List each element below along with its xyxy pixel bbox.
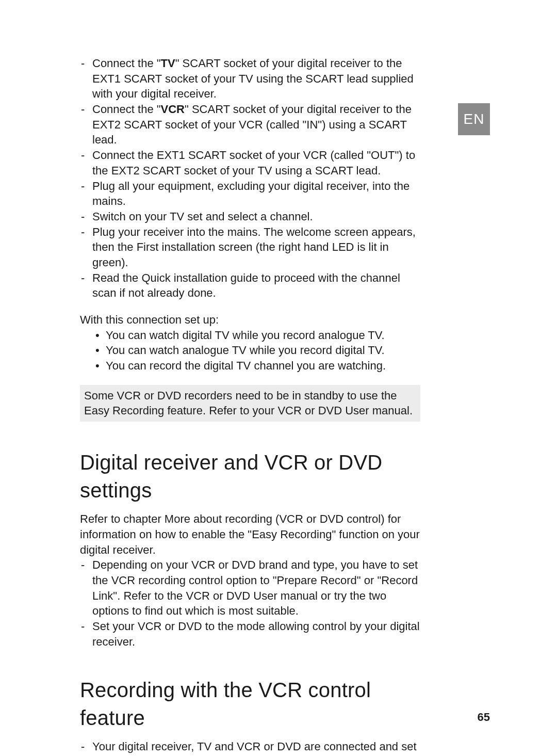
text: Connect the "	[92, 103, 161, 116]
text: Set your VCR or DVD to the mode allowing…	[92, 620, 420, 648]
section-heading-recording: Recording with the VCR control feature	[80, 676, 420, 732]
section1-list: Depending on your VCR or DVD brand and t…	[80, 557, 420, 649]
list-item: Plug all your equipment, excluding your …	[80, 179, 420, 209]
language-tab: EN	[458, 103, 490, 135]
text: Depending on your VCR or DVD brand and t…	[92, 558, 418, 617]
list-item: Connect the "TV" SCART socket of your di…	[80, 56, 420, 102]
text: Switch on your TV set and select a chann…	[92, 210, 313, 223]
section2-list: Your digital receiver, TV and VCR or DVD…	[80, 739, 420, 756]
connection-bullets: You can watch digital TV while you recor…	[95, 328, 420, 374]
list-item: Your digital receiver, TV and VCR or DVD…	[80, 739, 420, 756]
text: You can record the digital TV channel yo…	[106, 359, 386, 372]
text: You can watch digital TV while you recor…	[106, 329, 385, 342]
text: Connect the EXT1 SCART socket of your VC…	[92, 149, 415, 177]
intro-list: Connect the "TV" SCART socket of your di…	[80, 56, 420, 301]
page-number: 65	[478, 710, 490, 725]
list-item: Plug your receiver into the mains. The w…	[80, 224, 420, 270]
note-box: Some VCR or DVD recorders need to be in …	[80, 385, 420, 422]
list-item: You can watch analogue TV while you reco…	[95, 343, 420, 358]
section-heading-settings: Digital receiver and VCR or DVD settings	[80, 448, 420, 504]
list-item: You can watch digital TV while you recor…	[95, 328, 420, 343]
note-text: Some VCR or DVD recorders need to be in …	[84, 389, 413, 417]
bold-text: VCR	[161, 103, 185, 116]
text: Connect the "	[92, 57, 161, 70]
bold-text: TV	[161, 57, 175, 70]
section1-para: Refer to chapter More about recording (V…	[80, 511, 420, 557]
list-item: You can record the digital TV channel yo…	[95, 358, 420, 374]
text: You can watch analogue TV while you reco…	[106, 344, 385, 357]
list-item: Set your VCR or DVD to the mode allowing…	[80, 619, 420, 649]
list-item: Switch on your TV set and select a chann…	[80, 209, 420, 224]
page: EN Connect the "TV" SCART socket of your…	[0, 0, 557, 756]
list-item: Connect the EXT1 SCART socket of your VC…	[80, 148, 420, 178]
text: Your digital receiver, TV and VCR or DVD…	[92, 740, 417, 756]
list-item: Depending on your VCR or DVD brand and t…	[80, 557, 420, 619]
list-item: Read the Quick installation guide to pro…	[80, 270, 420, 301]
text: Plug your receiver into the mains. The w…	[92, 226, 416, 269]
body-text: Connect the "TV" SCART socket of your di…	[80, 56, 420, 756]
text: Plug all your equipment, excluding your …	[92, 180, 409, 208]
connection-intro: With this connection set up:	[80, 312, 420, 328]
text: Read the Quick installation guide to pro…	[92, 271, 400, 300]
list-item: Connect the "VCR" SCART socket of your d…	[80, 102, 420, 148]
